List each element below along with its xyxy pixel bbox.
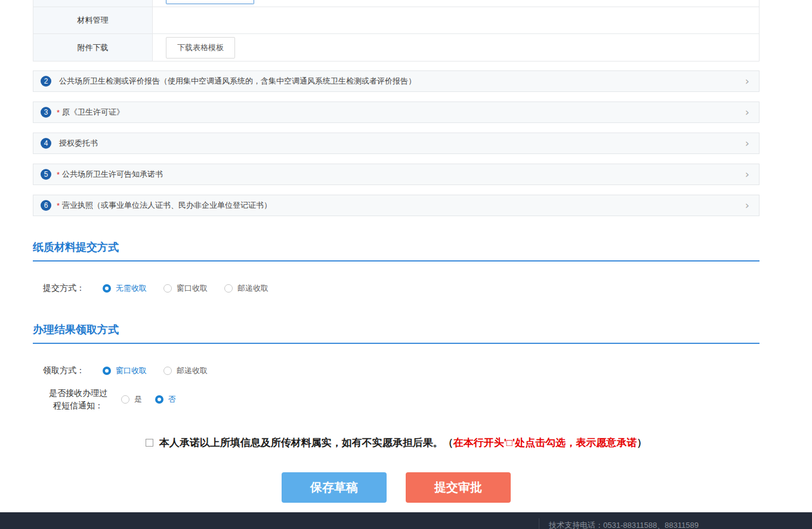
required-asterisk: * <box>57 170 60 179</box>
radio-option-sms-no[interactable]: 否 <box>155 394 176 405</box>
accordion-title: 原《卫生许可证》 <box>62 107 124 118</box>
section-title-result-collection: 办理结果领取方式 <box>33 294 759 344</box>
item-number-badge: 4 <box>41 138 51 149</box>
row-value <box>153 7 759 33</box>
action-buttons: 保存草稿 提交审批 <box>33 472 759 503</box>
required-asterisk: * <box>57 108 60 117</box>
radio-label: 是 <box>134 394 142 405</box>
section-title-paper-submission: 纸质材料提交方式 <box>33 226 759 262</box>
sms-options: 是 否 <box>121 394 189 405</box>
material-accordion-list: 2 公共场所卫生检测或评价报告（使用集中空调通风系统的，含集中空调通风系统卫生检… <box>33 70 759 216</box>
promise-red-hint: 在本行开头'□'处点击勾选，表示愿意承诺 <box>453 437 637 448</box>
form-page: 材料管理 附件下载 下载表格模板 2 公共场所卫生检测或评价报告（使用集中空调通… <box>0 0 812 529</box>
radio-option-no-collection[interactable]: 无需收取 <box>103 283 147 294</box>
submit-approval-button[interactable]: 提交审批 <box>406 472 511 503</box>
field-label: 领取方式： <box>43 365 85 376</box>
radio-label: 邮递收取 <box>177 365 208 376</box>
accordion-title: 公共场所卫生检测或评价报告（使用集中空调通风系统的，含集中空调通风系统卫生检测或… <box>59 76 416 87</box>
table-row-attachment-download: 附件下载 下载表格模板 <box>33 34 759 61</box>
accordion-item-6[interactable]: 6 * 营业执照（或事业单位法人证书、民办非企业单位登记证书） › <box>33 195 759 216</box>
table-row-material-management: 材料管理 <box>33 7 759 34</box>
accordion-title: 公共场所卫生许可告知承诺书 <box>62 169 163 180</box>
submission-method-row: 提交方式： 无需收取 窗口收取 邮递收取 <box>33 283 759 294</box>
accordion-item-3[interactable]: 3 * 原《卫生许可证》 › <box>33 102 759 123</box>
radio-unselected-icon[interactable] <box>163 367 172 375</box>
radio-selected-icon[interactable] <box>155 395 163 404</box>
table-value-cell <box>153 0 759 7</box>
item-number-badge: 5 <box>41 169 51 180</box>
radio-label: 窗口收取 <box>177 283 208 294</box>
collection-method-row: 领取方式： 窗口收取 邮递收取 <box>33 365 759 376</box>
required-asterisk: * <box>57 201 60 210</box>
promise-text-close: ） <box>637 437 647 448</box>
accordion-item-4[interactable]: 4 授权委托书 › <box>33 133 759 154</box>
radio-option-window-pickup[interactable]: 窗口收取 <box>103 365 147 376</box>
radio-unselected-icon[interactable] <box>163 284 172 293</box>
promise-text: 本人承诺以上所填信息及所传材料属实，如有不实愿承担后果。（ <box>159 437 453 448</box>
sms-notification-row: 是否接收办理过程短信通知： 是 否 <box>33 387 759 412</box>
table-row-cutoff <box>33 0 759 7</box>
field-label: 提交方式： <box>43 283 85 294</box>
radio-option-window-collection[interactable]: 窗口收取 <box>163 283 208 294</box>
item-number-badge: 3 <box>41 107 51 118</box>
radio-selected-icon[interactable] <box>103 367 111 375</box>
radio-unselected-icon[interactable] <box>224 284 233 293</box>
footer-divider <box>539 518 539 529</box>
download-template-button[interactable]: 下载表格模板 <box>166 37 235 59</box>
accordion-title: 营业执照（或事业单位法人证书、民办非企业单位登记证书） <box>62 200 271 211</box>
item-number-badge: 2 <box>41 76 51 87</box>
accordion-title: 授权委托书 <box>59 138 98 149</box>
row-value: 下载表格模板 <box>153 34 759 61</box>
material-table: 材料管理 附件下载 下载表格模板 <box>33 0 759 61</box>
radio-label: 窗口收取 <box>116 365 147 376</box>
accordion-item-5[interactable]: 5 * 公共场所卫生许可告知承诺书 › <box>33 164 759 185</box>
page-footer: 技术支持电话：0531-88311588、88311589 <box>0 512 812 529</box>
chevron-right-icon[interactable]: › <box>745 107 749 118</box>
promise-checkbox[interactable] <box>146 439 153 447</box>
accordion-item-2[interactable]: 2 公共场所卫生检测或评价报告（使用集中空调通风系统的，含集中空调通风系统卫生检… <box>33 70 759 92</box>
form-content: 材料管理 附件下载 下载表格模板 2 公共场所卫生检测或评价报告（使用集中空调通… <box>33 0 759 503</box>
table-label-cell <box>33 0 153 7</box>
radio-label: 邮递收取 <box>237 283 268 294</box>
radio-unselected-icon[interactable] <box>121 395 129 404</box>
chevron-right-icon[interactable]: › <box>745 76 749 87</box>
radio-selected-icon[interactable] <box>103 284 111 293</box>
item-number-badge: 6 <box>41 200 51 211</box>
radio-option-sms-yes[interactable]: 是 <box>121 394 142 405</box>
chevron-right-icon[interactable]: › <box>745 200 749 211</box>
chevron-right-icon[interactable]: › <box>745 138 749 149</box>
promise-statement-row: 本人承诺以上所填信息及所传材料属实，如有不实愿承担后果。（在本行开头'□'处点击… <box>33 436 759 450</box>
cutoff-input[interactable] <box>166 0 254 4</box>
radio-option-mail-pickup[interactable]: 邮递收取 <box>163 365 208 376</box>
row-label: 附件下载 <box>33 34 153 61</box>
row-label: 材料管理 <box>33 7 153 33</box>
support-phone-text: 技术支持电话：0531-88311588、88311589 <box>549 520 699 529</box>
radio-label: 否 <box>168 394 176 405</box>
sms-field-label: 是否接收办理过程短信通知： <box>47 387 109 412</box>
save-draft-button[interactable]: 保存草稿 <box>282 472 387 503</box>
radio-option-mail-collection[interactable]: 邮递收取 <box>224 283 268 294</box>
chevron-right-icon[interactable]: › <box>745 169 749 180</box>
radio-label: 无需收取 <box>116 283 147 294</box>
